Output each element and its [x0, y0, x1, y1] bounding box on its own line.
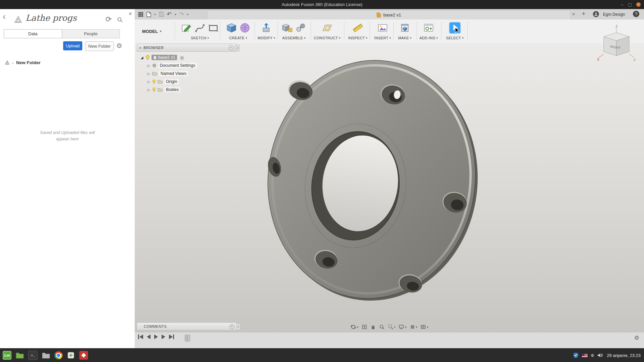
timeline-settings-icon[interactable]: ⚙: [634, 334, 639, 342]
expander-closed-icon[interactable]: ▷: [147, 88, 151, 92]
timeline-playhead[interactable]: [185, 335, 190, 342]
shield-icon[interactable]: [573, 352, 578, 358]
data-panel-close-icon[interactable]: ×: [128, 10, 132, 17]
expander-open-icon[interactable]: ◢: [140, 56, 144, 59]
model-canvas[interactable]: « BROWSER − » ◢ base2 v1: [135, 43, 644, 332]
zoom-icon[interactable]: [379, 324, 385, 330]
file-menu-caret-icon[interactable]: ▾: [154, 13, 156, 16]
zoom-window-icon[interactable]: ▾: [388, 324, 396, 330]
play-button[interactable]: [154, 334, 158, 339]
scripts-addins-icon[interactable]: [423, 22, 434, 34]
redo-caret-icon[interactable]: ▾: [187, 13, 189, 16]
activate-component-radio[interactable]: ◎: [180, 55, 184, 60]
tree-row-root[interactable]: ◢ base2 v1 ◎: [137, 53, 236, 61]
create-coil-icon[interactable]: [239, 22, 251, 34]
joint-icon[interactable]: [295, 22, 306, 34]
construct-caret-icon[interactable]: ▾: [339, 36, 341, 40]
modify-caret-icon[interactable]: ▾: [273, 36, 275, 40]
undo-caret-icon[interactable]: ▾: [175, 13, 176, 16]
folder-list-item[interactable]: › New Folder: [5, 58, 41, 67]
browser-minimize-icon[interactable]: −: [229, 45, 234, 50]
create-box-icon[interactable]: [226, 22, 237, 34]
insert-canvas-icon[interactable]: [377, 22, 388, 34]
tree-row-bodies[interactable]: ▷ Bodies: [137, 86, 236, 94]
measure-icon[interactable]: [352, 22, 363, 34]
sketch-rectangle-icon[interactable]: [208, 22, 219, 34]
workspace-selector[interactable]: MODEL ▾: [142, 19, 161, 43]
comments-resize-handle[interactable]: »: [236, 323, 240, 330]
step-back-button[interactable]: [147, 334, 151, 339]
back-icon[interactable]: ‹: [3, 12, 6, 21]
red-app-icon[interactable]: [79, 351, 88, 360]
app-grid-icon[interactable]: [138, 12, 143, 17]
root-node[interactable]: base2 v1: [152, 55, 177, 60]
document-tab-close-icon[interactable]: ×: [572, 11, 575, 17]
expander-closed-icon[interactable]: ▷: [147, 80, 151, 84]
save-icon[interactable]: [159, 12, 164, 17]
file-manager-icon[interactable]: [42, 351, 50, 360]
skip-to-start-button[interactable]: [138, 334, 143, 339]
construction-plane-icon[interactable]: [321, 22, 333, 34]
make-caret-icon[interactable]: ▾: [410, 36, 412, 40]
maximize-button[interactable]: ▢: [628, 2, 632, 7]
visibility-bulb-icon[interactable]: [145, 55, 150, 60]
press-pull-icon[interactable]: [261, 22, 272, 34]
create-sketch-icon[interactable]: [181, 22, 192, 34]
assemble-caret-icon[interactable]: ▾: [304, 36, 306, 40]
tab-data[interactable]: Data: [4, 29, 62, 38]
skip-to-end-button[interactable]: [169, 334, 174, 339]
volume-icon[interactable]: [597, 353, 603, 358]
account-avatar[interactable]: [593, 11, 599, 17]
account-name[interactable]: Egm Design: [603, 12, 631, 17]
create-caret-icon[interactable]: ▾: [246, 36, 247, 40]
help-button[interactable]: ?: [633, 11, 639, 17]
new-folder-button[interactable]: New Folder: [85, 41, 114, 51]
step-forward-button[interactable]: [162, 334, 165, 339]
refresh-icon[interactable]: ⟳: [105, 15, 112, 24]
data-panel-settings-icon[interactable]: ⚙: [116, 42, 122, 50]
browser-resize-handle[interactable]: »: [235, 45, 240, 51]
sketch-spline-icon[interactable]: [194, 22, 206, 34]
sketch-caret-icon[interactable]: ▾: [207, 36, 209, 40]
upload-button[interactable]: Upload: [63, 41, 82, 50]
make-3d-print-icon[interactable]: [399, 22, 411, 34]
mint-menu-icon[interactable]: Lm: [3, 351, 11, 360]
select-caret-icon[interactable]: ▾: [462, 36, 464, 40]
grid-snap-icon[interactable]: ▾: [410, 324, 418, 330]
search-icon[interactable]: [117, 17, 123, 23]
minimize-button[interactable]: –: [621, 2, 623, 7]
new-document-tab-icon[interactable]: +: [582, 10, 586, 17]
display-settings-icon[interactable]: ▾: [398, 324, 406, 330]
taskbar-clock[interactable]: 29 апреля, 23:23: [607, 353, 641, 358]
close-button[interactable]: [636, 2, 641, 7]
orbit-icon[interactable]: ▾: [350, 324, 358, 330]
file-menu-icon[interactable]: [146, 12, 151, 17]
new-component-icon[interactable]: [282, 22, 293, 34]
chrome-icon[interactable]: [54, 351, 62, 359]
expander-closed-icon[interactable]: ▷: [147, 64, 151, 67]
document-tab[interactable]: base2 v1: [207, 10, 571, 19]
green-folder-icon[interactable]: [15, 351, 24, 360]
visibility-bulb-icon[interactable]: [152, 87, 156, 92]
comments-bar[interactable]: COMMENTS + »: [137, 322, 237, 330]
viewcube[interactable]: Z RIGHT X Y: [596, 24, 637, 64]
tree-row-named-views[interactable]: ▷ Named Views: [137, 70, 236, 78]
look-at-icon[interactable]: [361, 324, 367, 330]
tab-people[interactable]: People: [62, 29, 120, 38]
addins-caret-icon[interactable]: ▾: [436, 36, 438, 40]
tree-row-origin[interactable]: ▷ Origin: [137, 78, 236, 86]
package-icon[interactable]: [67, 351, 75, 360]
collapse-browser-icon[interactable]: «: [139, 45, 141, 50]
us-flag-icon[interactable]: [582, 354, 588, 357]
terminal-icon[interactable]: >_: [28, 351, 38, 360]
pan-icon[interactable]: [370, 324, 376, 330]
tray-icon[interactable]: [591, 354, 594, 357]
redo-icon[interactable]: ↷: [179, 11, 184, 17]
browser-header[interactable]: « BROWSER − »: [137, 44, 236, 52]
undo-icon[interactable]: ↶: [167, 11, 172, 17]
expander-closed-icon[interactable]: ▷: [147, 72, 151, 76]
tree-row-document-settings[interactable]: ▷ ⚙ Document Settings: [137, 61, 236, 70]
viewports-icon[interactable]: ▾: [420, 324, 428, 330]
visibility-bulb-icon[interactable]: [152, 79, 156, 84]
comments-expand-icon[interactable]: +: [229, 324, 234, 329]
